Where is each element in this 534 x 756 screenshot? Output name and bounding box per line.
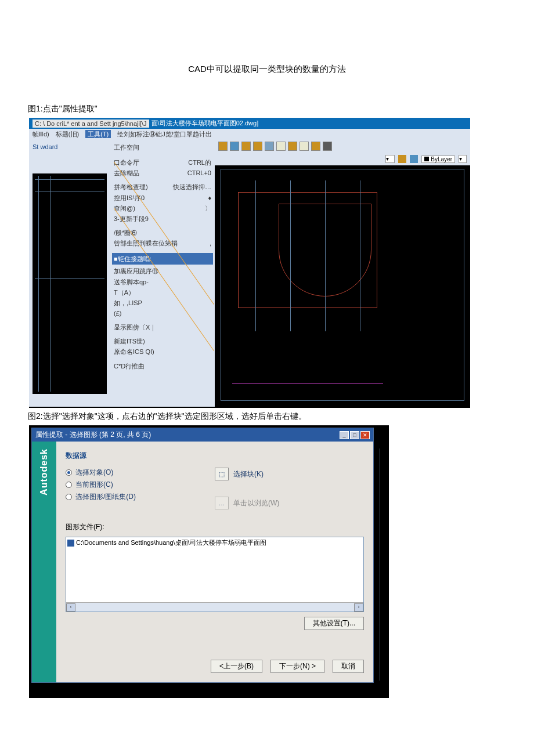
background-drawing	[371, 425, 389, 698]
radio-icon[interactable]	[66, 469, 72, 476]
toolbar-icon[interactable]	[241, 142, 251, 151]
toolbar-icon[interactable]	[311, 142, 320, 151]
radio-icon[interactable]	[66, 482, 72, 488]
layer-dropdown[interactable]: ▾	[385, 155, 395, 163]
menu-item[interactable]: 原命名ICS QI)	[114, 346, 211, 357]
scroll-left-icon[interactable]: ‹	[66, 603, 75, 612]
shortcut: CTRL+0	[187, 168, 211, 178]
figure1-autocad-window: C: \ Do criL* ent a and Sett jng5\hnaji[…	[29, 118, 470, 408]
menu-item[interactable]: 新建ITS世)	[114, 336, 211, 346]
standard-label: St wdard	[33, 143, 107, 150]
autodesk-brand: Autodesk	[39, 448, 49, 495]
close-icon[interactable]: ✕	[360, 431, 370, 439]
toolbar-icon[interactable]	[398, 155, 406, 163]
browse-icon-button[interactable]: …	[215, 497, 229, 509]
menu-item[interactable]: 如，,LISP	[114, 298, 211, 308]
cancel-button[interactable]: 取消	[333, 660, 364, 673]
minimize-icon[interactable]: _	[340, 431, 349, 439]
autodesk-sidebar: Autodesk	[32, 442, 56, 682]
menu-item[interactable]: T（A）	[114, 287, 211, 298]
menu-attribute-extract[interactable]: ■钜住接题唱:	[112, 253, 213, 265]
list-item[interactable]: C:\Documents and Settings\huang\桌面\司法大楼停…	[67, 538, 362, 547]
toolbar-icon[interactable]	[300, 142, 309, 151]
menu-item[interactable]: (£)	[114, 308, 211, 319]
autocad-menubar[interactable]: 帧Ⅲd) 标题(旧) 工具(T) 绘刘如标注⑨础J览!堂口罩趋计出	[29, 129, 470, 140]
menu-item[interactable]: 控用IS¹序0	[114, 193, 145, 203]
toolbar-icon[interactable]	[288, 142, 297, 151]
toolbar-icon[interactable]	[276, 142, 286, 151]
select-block-label: 选择块(K)	[233, 469, 264, 479]
data-source-label: 数据源	[66, 451, 364, 461]
menu-item[interactable]: 帧Ⅲd)	[33, 131, 49, 138]
figure2-caption: 图2:选择"选择对象"这项，点右边的"选择块"选定图形区域，选好后单击右键。	[28, 411, 522, 422]
menu-item[interactable]: 3-更新手段9	[114, 214, 211, 224]
radio-icon[interactable]	[66, 494, 72, 500]
menu-item[interactable]: 标题(旧)	[56, 131, 79, 138]
menu-spell[interactable]: 拼考检查理)	[114, 182, 148, 192]
menu-item-tools[interactable]: 工具(T)	[85, 130, 111, 138]
dialog-titlebar[interactable]: 属性提取 - 选择图形 (第 2 页, 共 6 页) _ □ ✕	[32, 428, 373, 442]
other-settings-button[interactable]: 其他设置(T)...	[304, 617, 364, 630]
scroll-right-icon[interactable]: ›	[354, 603, 363, 612]
shortcut: CTRL的	[188, 157, 211, 168]
toolbar-top[interactable]	[215, 140, 470, 153]
toolbar-icon[interactable]	[253, 142, 262, 151]
menu-cmd[interactable]: 去除糊品	[114, 168, 139, 178]
horizontal-scrollbar[interactable]: ‹ ›	[66, 602, 363, 612]
dialog-title: 属性提取 - 选择图形 (第 2 页, 共 6 页)	[35, 430, 151, 440]
titlebar-filename: 面\司法大楼停车场弱电平面图02.dwg]	[151, 119, 259, 128]
left-panel: St wdard	[29, 140, 110, 407]
drawing-canvas[interactable]: ▾ ByLayer ▾	[215, 140, 470, 407]
toolbar-icon[interactable]	[230, 142, 239, 151]
drawing-files-list[interactable]: C:\Documents and Settings\huang\桌面\司法大楼停…	[66, 537, 364, 612]
toolbar-icon[interactable]	[265, 142, 274, 151]
select-block-icon-button[interactable]: ⬚	[215, 468, 229, 480]
toolbar-icon[interactable]	[218, 142, 228, 151]
radio-current-drawing[interactable]: 当前图形(C)	[66, 480, 215, 490]
next-button[interactable]: 下一步(N) >	[270, 660, 324, 673]
menu-workspace[interactable]: 工作空间	[114, 142, 139, 153]
prev-button[interactable]: <上一步(B)	[211, 660, 262, 673]
drawing-files-label: 图形文件(F):	[66, 522, 364, 532]
toolbar-icon[interactable]	[410, 155, 418, 163]
menu-item[interactable]: 加裹应用跳序⑪	[114, 266, 211, 276]
dropdown-icon[interactable]: ▾	[459, 155, 467, 163]
browse-label: 单击以浏览(W)	[233, 498, 279, 508]
bylayer-combo[interactable]: ByLayer	[421, 155, 455, 163]
toolbar-icon[interactable]	[323, 142, 332, 151]
toolbar-layer[interactable]: ▾ ByLayer ▾	[215, 153, 470, 165]
radio-sheet-set[interactable]: 选择图形/图纸集(D)	[66, 492, 215, 502]
figure2-dialog-screenshot: 属性提取 - 选择图形 (第 2 页, 共 6 页) _ □ ✕ Autodes…	[29, 425, 389, 698]
menu-qselect[interactable]: 快速选择抑…	[173, 182, 211, 192]
figure1-caption: 图1:点击"属性提取"	[28, 104, 522, 114]
menu-item[interactable]: C*D行惟曲	[114, 361, 211, 371]
dwg-file-icon	[67, 540, 74, 547]
attribute-extract-dialog: 属性提取 - 选择图形 (第 2 页, 共 6 页) _ □ ✕ Autodes…	[31, 428, 374, 683]
document-title: CAD中可以提取同一类型块的数量的方法	[12, 64, 522, 75]
titlebar-path: C: \ Do criL* ent a and Sett jng5\hnaji[…	[33, 120, 149, 128]
menu-item[interactable]: 绘刘如标注⑨础J览!堂口罩趋计出	[117, 131, 212, 138]
radio-select-objects[interactable]: 选择对象(O)	[66, 468, 215, 478]
autocad-titlebar: C: \ Do criL* ent a and Sett jng5\hnaji[…	[29, 118, 470, 129]
maximize-icon[interactable]: □	[350, 431, 359, 439]
floor-plan-drawing	[221, 169, 464, 401]
